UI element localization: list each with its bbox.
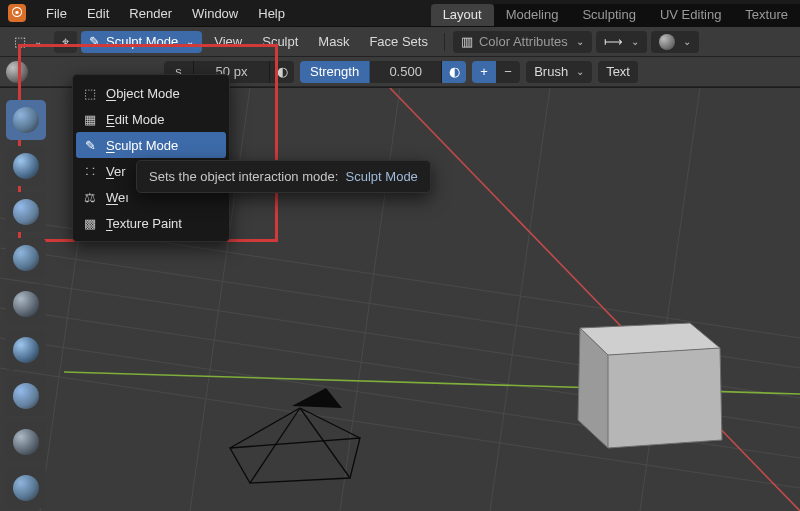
menu-help[interactable]: Help: [248, 0, 295, 26]
mode-option-texture-paint[interactable]: ▩ Texture Paint: [76, 210, 226, 236]
chevron-down-icon: ⌄: [576, 66, 584, 77]
brush-sphere-icon: [13, 153, 39, 179]
direction-group: + −: [472, 61, 520, 83]
header-menu-mask[interactable]: Mask: [310, 31, 357, 53]
color-attr-selector[interactable]: ▥ Color Attributes ⌄: [453, 31, 592, 53]
strength-value[interactable]: 0.500: [370, 61, 442, 83]
menu-window[interactable]: Window: [182, 0, 248, 26]
direction-subtract-button[interactable]: −: [496, 61, 520, 83]
blender-logo-icon: ⦿: [8, 4, 26, 22]
mode-option-label: Edit Mode: [106, 112, 165, 127]
svg-line-8: [340, 88, 400, 511]
mode-option-label: Ver: [106, 164, 126, 179]
mode-option-sculpt[interactable]: ✎ Sculpt Mode: [76, 132, 226, 158]
brush-sphere-icon: [13, 429, 39, 455]
svg-marker-13: [608, 348, 722, 448]
menu-edit[interactable]: Edit: [77, 0, 119, 26]
tool-crease[interactable]: [6, 468, 46, 508]
texture-popover-label: Text: [606, 64, 630, 79]
mode-dropdown-menu: ⬚ Object Mode ▦ Edit Mode ✎ Sculpt Mode …: [72, 74, 230, 242]
brush-sphere-icon: [13, 291, 39, 317]
sculpt-mode-icon: ✎: [82, 138, 98, 153]
pen-pressure-icon: ◐: [277, 64, 288, 79]
camera-object[interactable]: [230, 388, 360, 483]
brush-popover-label: Brush: [534, 64, 568, 79]
tab-texture[interactable]: Texture: [733, 4, 800, 26]
tool-draw[interactable]: [6, 100, 46, 140]
tooltip-value: Sculpt Mode: [346, 169, 418, 184]
direction-add-button[interactable]: +: [472, 61, 496, 83]
strength-pressure-toggle[interactable]: ◐: [442, 61, 466, 83]
pen-pressure-icon: ◐: [449, 64, 460, 79]
texture-popover[interactable]: Text: [598, 61, 638, 83]
cube-object[interactable]: [578, 323, 722, 448]
header-menu-facesets[interactable]: Face Sets: [361, 31, 436, 53]
toolbar-left: [6, 100, 46, 508]
chevron-down-icon: ⌄: [631, 36, 639, 47]
strength-field-group: Strength 0.500 ◐: [300, 61, 466, 83]
separator: [444, 33, 445, 51]
color-attr-label: Color Attributes: [479, 34, 568, 49]
strength-label: Strength: [300, 61, 370, 83]
matcap-sphere-icon: [659, 34, 675, 50]
svg-marker-22: [292, 388, 342, 408]
snap-icon: ⟼: [604, 34, 623, 49]
tool-layer[interactable]: [6, 330, 46, 370]
brush-sphere-icon: [13, 199, 39, 225]
tool-clay-thumb[interactable]: [6, 284, 46, 324]
menu-file[interactable]: File: [36, 0, 77, 26]
chevron-down-icon: ⌄: [683, 36, 691, 47]
tab-uvediting[interactable]: UV Editing: [648, 4, 733, 26]
brush-sphere-icon: [13, 475, 39, 501]
mode-option-label: Weı: [106, 190, 129, 205]
tool-clay[interactable]: [6, 192, 46, 232]
vertex-paint-icon: ⸬: [82, 163, 98, 179]
svg-line-18: [230, 408, 300, 448]
brush-sphere-icon: [13, 383, 39, 409]
svg-line-10: [640, 88, 700, 511]
swatch-icon: ▥: [461, 34, 473, 49]
texture-paint-icon: ▩: [82, 216, 98, 231]
mode-option-edit[interactable]: ▦ Edit Mode: [76, 106, 226, 132]
edit-mode-icon: ▦: [82, 112, 98, 127]
tooltip-text: Sets the object interaction mode:: [149, 169, 338, 184]
brush-sphere-icon: [13, 107, 39, 133]
tool-blob[interactable]: [6, 422, 46, 462]
tool-clay-strips[interactable]: [6, 238, 46, 278]
mode-option-label: Object Mode: [106, 86, 180, 101]
tab-layout[interactable]: Layout: [431, 4, 494, 26]
snap-button[interactable]: ⟼ ⌄: [596, 31, 647, 53]
top-menubar: ⦿ File Edit Render Window Help Layout Mo…: [0, 0, 800, 27]
tooltip: Sets the object interaction mode: Sculpt…: [136, 160, 431, 193]
tool-draw-sharp[interactable]: [6, 146, 46, 186]
menu-render[interactable]: Render: [119, 0, 182, 26]
shading-button[interactable]: ⌄: [651, 31, 699, 53]
chevron-down-icon: ⌄: [576, 36, 584, 47]
mode-option-label: Sculpt Mode: [106, 138, 178, 153]
axis-x: [390, 88, 800, 511]
svg-marker-17: [230, 438, 360, 483]
mode-option-object[interactable]: ⬚ Object Mode: [76, 80, 226, 106]
object-mode-icon: ⬚: [82, 86, 98, 101]
weight-paint-icon: ⚖: [82, 190, 98, 205]
brush-sphere-icon: [13, 245, 39, 271]
svg-line-19: [300, 408, 360, 438]
svg-line-20: [300, 408, 350, 478]
brush-popover[interactable]: Brush ⌄: [526, 61, 592, 83]
tool-inflate[interactable]: [6, 376, 46, 416]
mode-option-label: Texture Paint: [106, 216, 182, 231]
tab-sculpting[interactable]: Sculpting: [570, 4, 647, 26]
workspace-tabs: Layout Modeling Sculpting UV Editing Tex…: [431, 0, 800, 26]
tab-modeling[interactable]: Modeling: [494, 4, 571, 26]
brush-sphere-icon: [13, 337, 39, 363]
